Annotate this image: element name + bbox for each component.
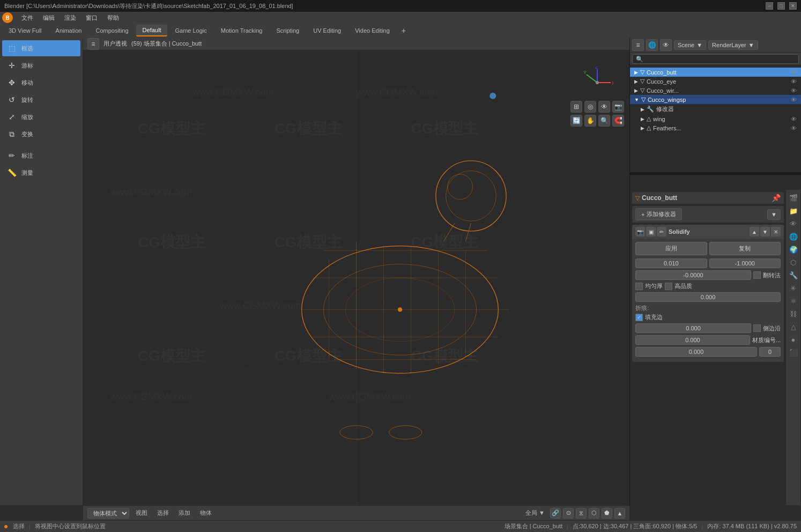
modifier-up-icon[interactable]: ▲ [750, 227, 759, 237]
viewport-pan-btn[interactable]: ✋ [584, 115, 596, 127]
props-render-icon[interactable]: 🎬 [788, 192, 799, 204]
duplicate-button[interactable]: 复制 [709, 242, 781, 255]
tab-scripting[interactable]: Scripting [270, 25, 306, 36]
menu-edit[interactable]: 编辑 [39, 13, 59, 23]
high-quality-checkbox[interactable] [665, 283, 672, 290]
crease-value3[interactable]: 0.000 [635, 347, 757, 357]
visibility-icon4[interactable]: 👁 [791, 97, 797, 103]
offset-value[interactable]: -0.0000 [635, 270, 751, 280]
tab-default[interactable]: Default [136, 25, 168, 36]
add-menu-btn[interactable]: 添加 [175, 508, 194, 518]
tab-compositing[interactable]: Compositing [89, 25, 135, 36]
shading-render-btn[interactable]: ▲ [614, 508, 625, 519]
tool-annotate[interactable]: ✏ 标注 [2, 147, 80, 164]
props-physics-icon[interactable]: ⚛ [788, 295, 799, 307]
outliner-item-cucco-wingsp[interactable]: ▼ ▽ Cucco_wingsp 👁 [630, 95, 801, 104]
props-particles-icon[interactable]: ✳ [788, 282, 799, 294]
scene-selector[interactable]: Scene ▼ [674, 40, 706, 50]
visibility-icon[interactable]: 👁 [791, 69, 797, 76]
tab-uvediting[interactable]: UV Editing [307, 25, 347, 36]
tool-rotate[interactable]: ↺ 旋转 [2, 92, 80, 108]
shading-wire-btn[interactable]: ⬡ [589, 508, 599, 519]
viewport-shading-btn[interactable]: 👁 [598, 101, 610, 113]
viewport-menu-btn[interactable]: ≡ [87, 38, 99, 50]
properties-object-btn[interactable]: 👁 [660, 39, 672, 51]
visibility-icon5[interactable]: 👁 [791, 116, 797, 122]
thickness-offset[interactable]: -1.0000 [709, 258, 781, 268]
outliner-item-cucco-eye[interactable]: ▶ ▽ Cucco_eye 👁 [630, 77, 801, 86]
mirror-btn[interactable]: ⧖ [576, 508, 587, 519]
props-output-icon[interactable]: 📁 [788, 205, 799, 217]
outliner-item-cucco-wir[interactable]: ▶ ▽ Cucco_wir... 👁 [630, 86, 801, 95]
modifier-dropdown[interactable]: ▼ [767, 209, 781, 220]
viewport-canvas[interactable]: CG模型主 CG模型主 CG模型主 CG模型主 CG模型主 CG模型主 CG模型… [83, 50, 629, 505]
properties-view-btn[interactable]: 🌐 [646, 39, 658, 51]
tab-motiontracking[interactable]: Motion Tracking [214, 25, 269, 36]
tool-move[interactable]: ✥ 移动 [2, 75, 80, 91]
fill-rim-checkbox[interactable]: ✓ [635, 314, 643, 321]
outliner-item-feathers[interactable]: ▶ △ Feathers... 👁 [636, 123, 801, 132]
minimize-button[interactable]: – [766, 2, 773, 10]
maximize-button[interactable]: □ [777, 2, 785, 10]
thickness-value[interactable]: 0.010 [635, 258, 707, 268]
crease-value2[interactable]: 0.000 [635, 335, 750, 345]
tab-animation[interactable]: Animation [49, 25, 88, 36]
viewport-snap-btn[interactable]: 🧲 [612, 115, 624, 127]
close-button[interactable]: ✕ [789, 2, 797, 10]
modifier-delete-icon[interactable]: ✕ [771, 227, 781, 237]
visibility-icon3[interactable]: 👁 [791, 87, 797, 94]
menu-window[interactable]: 窗口 [81, 13, 102, 23]
crease-value4[interactable]: 0 [759, 347, 781, 357]
object-mode-selector[interactable]: 物体模式 [87, 508, 129, 519]
menu-render[interactable]: 渲染 [60, 13, 80, 23]
view-menu-btn[interactable]: 视图 [132, 508, 151, 518]
viewport-grid-btn[interactable]: ⊞ [570, 101, 582, 113]
props-view-icon[interactable]: 👁 [788, 218, 799, 230]
shading-solid-btn[interactable]: ⬟ [602, 508, 612, 519]
outliner-item-wing[interactable]: ▶ △ wing 👁 [636, 114, 801, 123]
right-panel-menu[interactable]: ≡ [632, 39, 644, 51]
props-data-icon[interactable]: △ [788, 321, 799, 332]
value-field1[interactable]: 0.000 [635, 292, 781, 302]
add-workspace-button[interactable]: + [397, 25, 410, 36]
props-world-icon[interactable]: 🌍 [788, 243, 799, 255]
menu-help[interactable]: 帮助 [103, 13, 123, 23]
tool-select[interactable]: ⬚ 框选 [2, 40, 80, 56]
uniform-thickness-checkbox[interactable] [635, 283, 643, 290]
renderlayer-selector[interactable]: RenderLayer ▼ [708, 40, 758, 50]
snap-icon-btn[interactable]: 🔗 [550, 508, 561, 519]
tool-cursor[interactable]: ✛ 游标 [2, 57, 80, 73]
select-menu-btn[interactable]: 选择 [154, 508, 172, 518]
proportional-btn[interactable]: ⊙ [563, 508, 574, 519]
menu-file[interactable]: 文件 [17, 13, 38, 23]
tab-3dviewfull[interactable]: 3D View Full [2, 25, 48, 36]
viewport-rotate-btn[interactable]: 🔄 [570, 115, 582, 127]
outliner-item-cucco-butt[interactable]: ▶ ▽ Cucco_butt 👁 [630, 68, 801, 77]
global-select[interactable]: 全局 ▼ [522, 508, 548, 518]
search-input[interactable] [632, 54, 799, 64]
outliner-item-modifier-grp[interactable]: ▶ 🔧 修改器 [636, 104, 801, 114]
pin-icon[interactable]: 📌 [772, 194, 781, 202]
apply-button[interactable]: 应用 [635, 242, 707, 255]
modifier-edit-icon[interactable]: ✏ [657, 227, 666, 237]
props-material-icon[interactable]: ● [788, 334, 799, 345]
viewport-zoom-btn[interactable]: 🔍 [598, 115, 610, 127]
tool-measure[interactable]: 📏 测量 [2, 165, 80, 181]
viewport-camera-btn[interactable]: 📷 [612, 101, 624, 113]
tool-transform[interactable]: ⧉ 变换 [2, 126, 80, 142]
add-modifier-btn[interactable]: + 添加修改器 [635, 208, 682, 220]
props-constraints-icon[interactable]: ⛓ [788, 308, 799, 320]
props-texture-icon[interactable]: ⬛ [788, 346, 799, 358]
modifier-camera-icon[interactable]: 📷 [635, 227, 645, 237]
visibility-icon6[interactable]: 👁 [791, 125, 797, 131]
props-modifier-icon[interactable]: 🔧 [788, 269, 799, 281]
modifier-render-icon[interactable]: ▣ [646, 227, 656, 237]
edge-rim-checkbox[interactable] [753, 324, 761, 332]
visibility-icon2[interactable]: 👁 [791, 78, 797, 85]
viewport-overlay-btn[interactable]: ◎ [584, 101, 596, 113]
viewport-3d[interactable]: ≡ 用户透视 (59) 场景集合 | Cucco_butt [83, 38, 629, 505]
modifier-down-icon[interactable]: ▼ [760, 227, 770, 237]
tool-scale[interactable]: ⤢ 缩放 [2, 109, 80, 125]
crease-value1[interactable]: 0.000 [635, 323, 751, 333]
object-menu-btn[interactable]: 物体 [197, 508, 215, 518]
